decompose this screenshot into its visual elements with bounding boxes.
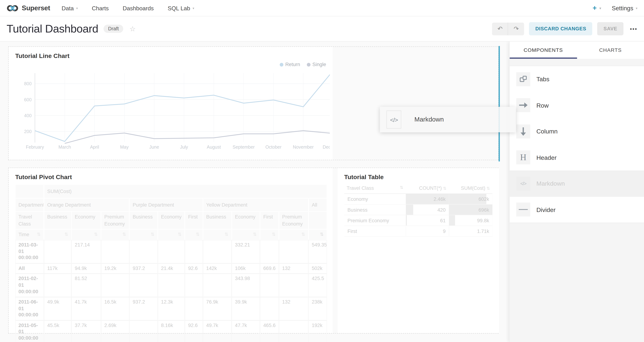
dragged-markdown-card[interactable]: </> Markdown: [380, 107, 516, 132]
pivot-data-row: All117k94.9k19.2k937.221.4k92.6142k106k6…: [15, 263, 327, 274]
tab-charts[interactable]: CHARTS: [577, 42, 644, 59]
new-item-button[interactable]: + ▾: [592, 4, 601, 12]
markdown-icon: </>: [386, 110, 401, 128]
pivot-data-row: 2011-02-01 00:00:0081.52343.98425.5: [15, 274, 327, 297]
top-navbar: Superset Data ▾ChartsDashboardsSQL Lab ▾…: [0, 0, 644, 16]
row-icon: [516, 98, 530, 112]
pivot-time-value: 2011-06-01 00:00:00: [15, 297, 44, 320]
sort-icon[interactable]: ⇅: [94, 231, 98, 237]
svg-text:October: October: [266, 145, 282, 150]
settings-menu[interactable]: Settings ▾: [612, 5, 638, 11]
page-title: Tutorial Dashboard: [6, 22, 98, 35]
save-button[interactable]: SAVE: [598, 22, 624, 36]
pivot-col-header: Business: [130, 212, 158, 229]
pivot-time-value: 2011-03-01 00:00:00: [15, 240, 44, 263]
pivot-data-row: 2011-03-01 00:00:00217.14332.21549.35: [15, 240, 327, 263]
pivot-col-header: Premium Economy: [101, 212, 130, 229]
pivot-cell: [185, 240, 203, 263]
sort-icon[interactable]: ⇅: [64, 231, 68, 237]
data-table-card[interactable]: Tutorial Table Travel Class⇅ COUNT(*)⇅ S…: [338, 168, 499, 333]
sort-icon[interactable]: ⇅: [150, 231, 154, 237]
pivot-cell: 76.9k: [203, 297, 232, 320]
sort-icon[interactable]: ⇅: [178, 231, 182, 237]
chart-title: Tutorial Table: [344, 173, 384, 180]
table-row: Economy 2.46k 602k: [344, 194, 492, 204]
pivot-col-header: First: [185, 212, 203, 229]
pivot-cell: 217.14: [72, 240, 101, 263]
nav-right: + ▾ Settings ▾: [592, 4, 637, 12]
sort-icon[interactable]: ⇅: [196, 231, 200, 237]
discard-changes-button[interactable]: DISCARD CHANGES: [529, 22, 592, 36]
sort-icon[interactable]: ⇅: [253, 231, 257, 237]
pivot-cell: [260, 274, 279, 297]
redo-button[interactable]: ↷: [508, 22, 524, 35]
pivot-cell: [101, 274, 130, 297]
pivot-metric-label: SUM(Cost): [44, 184, 327, 198]
pivot-cell: 142k: [203, 263, 232, 274]
pivot-cell: 49.7k: [203, 320, 232, 342]
sum-cost-cell: 1.71k: [449, 226, 492, 236]
sum-cost-cell: 602k: [449, 194, 492, 204]
sort-icon[interactable]: ⇅: [320, 231, 324, 237]
sidebar-item-label: Column: [536, 128, 558, 135]
pivot-cell: [130, 320, 158, 342]
pivot-cell: 937.2: [130, 297, 158, 320]
sort-icon[interactable]: ⇅: [224, 231, 228, 237]
builder-sidebar: COMPONENTSCHARTS Tabs Row Column H Heade…: [509, 42, 644, 342]
sidebar-item-row[interactable]: Row: [510, 92, 644, 118]
line-chart-card[interactable]: Tutorial Line Chart Return Single 200400…: [9, 47, 333, 160]
nav-item-data[interactable]: Data ▾: [62, 5, 78, 11]
svg-text:August: August: [207, 145, 221, 150]
svg-text:March: March: [58, 145, 71, 150]
more-options-icon[interactable]: •••: [630, 26, 637, 32]
pivot-cell: 425.5: [308, 274, 327, 297]
pivot-cell: 21.4k: [158, 263, 185, 274]
sidebar-item-tabs[interactable]: Tabs: [510, 66, 644, 92]
tab-components[interactable]: COMPONENTS: [510, 42, 577, 59]
pivot-cell: 132: [279, 297, 308, 320]
pivot-chart-card[interactable]: Tutorial Pivot Chart SUM(Cost)Department…: [9, 168, 333, 333]
pivot-cell: 117k: [44, 263, 71, 274]
pivot-cell: 45.5k: [44, 320, 71, 342]
pivot-cell: 549.35: [308, 240, 327, 263]
tabs-icon: [516, 72, 530, 86]
caret-down-icon: ▾: [76, 6, 78, 10]
active-tab-underline: [510, 58, 577, 59]
sort-icon[interactable]: ⇅: [301, 231, 305, 237]
pivot-cell: 92.6: [185, 320, 203, 342]
pivot-dept-label: Department: [15, 198, 44, 212]
pivot-dept-row: DepartmentOrange DepartmentPurple Depart…: [15, 198, 327, 212]
undo-button[interactable]: ↶: [492, 22, 508, 35]
svg-text:200: 200: [24, 129, 32, 134]
sidebar-item-header[interactable]: H Header: [510, 144, 644, 170]
svg-text:September: September: [232, 145, 254, 150]
nav-item-sql-lab[interactable]: SQL Lab ▾: [168, 5, 194, 11]
nav-item-charts[interactable]: Charts: [92, 5, 109, 11]
column-header-travel-class[interactable]: Travel Class⇅: [344, 183, 406, 194]
column-header-count[interactable]: COUNT(*)⇅: [406, 183, 449, 194]
pivot-cell: 41.7k: [72, 297, 101, 320]
pivot-class-label: Travel Class: [15, 212, 44, 229]
favorite-star-icon[interactable]: ☆: [130, 24, 136, 33]
caret-down-icon: ▾: [193, 6, 194, 10]
superset-logo[interactable]: Superset: [6, 4, 50, 12]
sort-icon[interactable]: ⇅: [122, 231, 126, 237]
travel-class-cell: First: [344, 226, 406, 236]
nav-item-dashboards[interactable]: Dashboards: [123, 5, 154, 11]
pivot-class-row: Travel ClassBusinessEconomyPremium Econo…: [15, 212, 327, 229]
dragged-card-label: Markdown: [414, 116, 444, 123]
pivot-col-header: Economy: [158, 212, 185, 229]
column-header-sum-cost[interactable]: SUM(Cost)⇅: [449, 183, 492, 194]
sidebar-item-column[interactable]: Column: [510, 118, 644, 144]
pivot-cell: [185, 297, 203, 320]
sidebar-item-divider[interactable]: Divider: [510, 197, 644, 223]
sidebar-item-markdown[interactable]: </> Markdown: [510, 170, 644, 196]
pivot-time-value: All: [15, 263, 44, 274]
sidebar-item-label: Header: [536, 154, 556, 161]
sort-icon[interactable]: ⇅: [37, 231, 40, 237]
line-chart-plot: 200400600800FebruaryMarchAprilMayJuneJul…: [18, 66, 330, 154]
travel-class-cell: Premium Economy: [344, 215, 406, 226]
sort-icon[interactable]: ⇅: [272, 231, 276, 237]
pivot-col-header: First: [260, 212, 279, 229]
count-cell: 2.46k: [406, 194, 449, 204]
